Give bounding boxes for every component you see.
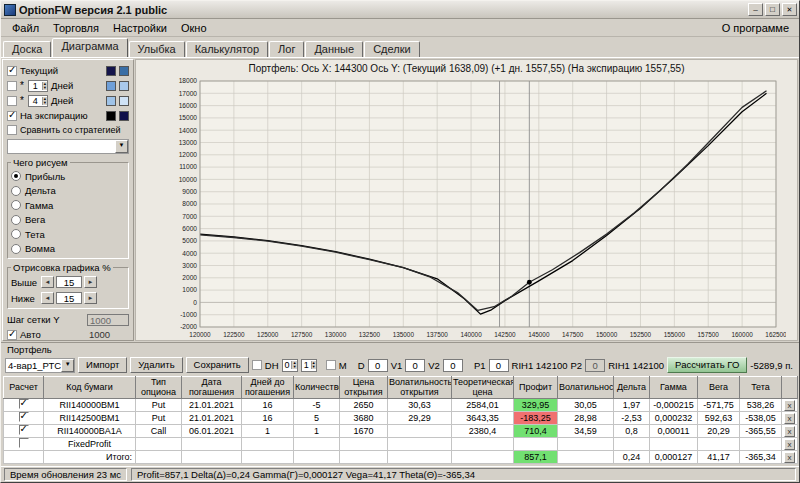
- minimize-button[interactable]: [748, 3, 763, 16]
- row-select-checkbox[interactable]: [19, 412, 29, 422]
- tab-diagram[interactable]: Диаграмма: [52, 38, 127, 57]
- delta-radio[interactable]: [11, 186, 21, 196]
- p2-input[interactable]: 0: [585, 359, 605, 372]
- radio-row-theta[interactable]: Тета: [11, 227, 125, 242]
- theta-radio[interactable]: [11, 229, 21, 239]
- days1-checkbox[interactable]: [7, 81, 17, 91]
- column-header[interactable]: Код бумаги: [44, 377, 136, 399]
- table-row[interactable]: RII142500BM1Put21.01.2021165368029,29364…: [4, 412, 798, 425]
- chevron-down-icon[interactable]: [61, 359, 74, 372]
- d-input[interactable]: 0: [368, 359, 388, 372]
- column-header[interactable]: Дата погашения: [182, 377, 242, 399]
- column-header[interactable]: Тип опциона: [136, 377, 182, 399]
- arrow-left-icon[interactable]: ◄: [41, 276, 54, 288]
- radio-row-delta[interactable]: Дельта: [11, 184, 125, 199]
- calc-margin-button[interactable]: Рассчитать ГО: [667, 357, 747, 373]
- column-header[interactable]: Волатильность открытия: [388, 377, 452, 399]
- color-swatch[interactable]: [106, 81, 116, 91]
- column-header[interactable]: Профит: [514, 377, 558, 399]
- column-header[interactable]: Тета: [740, 377, 782, 399]
- spinner-arrows-icon[interactable]: ▴▾: [42, 82, 47, 90]
- radio-row-vomma[interactable]: Вомма: [11, 242, 125, 257]
- color-swatch[interactable]: [119, 81, 129, 91]
- delete-button[interactable]: Удалить: [130, 357, 182, 373]
- v2-input[interactable]: 0: [443, 359, 463, 372]
- table-row[interactable]: RII140000BM1Put21.01.202116-5265030,6325…: [4, 399, 798, 412]
- row-select-checkbox[interactable]: [19, 425, 29, 435]
- column-header[interactable]: Расчет: [4, 377, 44, 399]
- chevron-down-icon[interactable]: [115, 140, 128, 153]
- radio-row-gamma[interactable]: Гамма: [11, 198, 125, 213]
- days1-spinner[interactable]: 1▴▾: [28, 80, 48, 92]
- menu-file[interactable]: Файл: [5, 21, 46, 35]
- gamma-radio[interactable]: [11, 200, 21, 210]
- table-row[interactable]: RII140000BA1ACall06.01.20211116702380,47…: [4, 425, 798, 438]
- profit-radio[interactable]: [11, 171, 21, 181]
- tab-calculator[interactable]: Калькулятор: [186, 41, 268, 57]
- menu-about[interactable]: О программе: [716, 21, 795, 35]
- color-swatch[interactable]: [106, 111, 116, 121]
- title-bar[interactable]: OptionFW версия 2.1 public: [1, 1, 799, 19]
- spinner-arrows-icon[interactable]: ▴▾: [291, 361, 296, 369]
- tab-smile[interactable]: Улыбка: [129, 41, 185, 57]
- row-delete-button[interactable]: x: [784, 439, 795, 450]
- days4-spinner[interactable]: 4▴▾: [28, 95, 48, 107]
- color-swatch[interactable]: [119, 111, 129, 121]
- preset-dropdown[interactable]: 4-вар1_РТС: [5, 358, 75, 373]
- row-delete-button[interactable]: x: [784, 426, 795, 437]
- menu-window[interactable]: Окно: [174, 21, 214, 35]
- row-delete-button[interactable]: x: [784, 452, 795, 463]
- row-delete-button[interactable]: x: [784, 413, 795, 424]
- column-header[interactable]: Дней до погашения: [242, 377, 294, 399]
- tab-data[interactable]: Данные: [305, 41, 363, 57]
- column-header[interactable]: Цена открытия: [340, 377, 388, 399]
- save-button[interactable]: Сохранить: [186, 357, 249, 373]
- color-swatch[interactable]: [119, 96, 129, 106]
- table-row[interactable]: Итого:857,10,240,00012741,17-365,34x: [4, 451, 798, 464]
- below-value-input[interactable]: 15: [56, 292, 82, 304]
- tab-board[interactable]: Доска: [3, 41, 51, 57]
- dh-spinner-1[interactable]: 0▴▾: [282, 359, 298, 372]
- row-delete-button[interactable]: x: [784, 400, 795, 411]
- spinner-arrows-icon[interactable]: ▴▾: [311, 361, 316, 369]
- column-header[interactable]: Дельта: [614, 377, 650, 399]
- radio-row-profit[interactable]: Прибыль: [11, 169, 125, 184]
- dh-checkbox[interactable]: [252, 360, 262, 370]
- vomma-radio[interactable]: [11, 244, 21, 254]
- m-checkbox[interactable]: [326, 360, 336, 370]
- dh-spinner-2[interactable]: 1▴▾: [301, 359, 317, 372]
- above-value-input[interactable]: 15: [56, 276, 82, 288]
- column-header[interactable]: Вега: [698, 377, 740, 399]
- auto-checkbox[interactable]: [7, 330, 17, 340]
- radio-row-vega[interactable]: Вега: [11, 213, 125, 228]
- payoff-chart[interactable]: -2000-1000010002000300040005000600070008…: [136, 76, 797, 342]
- column-header[interactable]: Гамма: [650, 377, 698, 399]
- column-header[interactable]: Количество: [294, 377, 340, 399]
- arrow-left-icon[interactable]: ◄: [41, 292, 54, 304]
- vega-radio[interactable]: [11, 215, 21, 225]
- strategy-dropdown[interactable]: [7, 139, 129, 154]
- color-swatch[interactable]: [106, 66, 116, 76]
- arrow-right-icon[interactable]: ►: [84, 292, 97, 304]
- close-button[interactable]: [782, 3, 797, 16]
- current-checkbox[interactable]: [7, 66, 17, 76]
- tab-log[interactable]: Лог: [269, 41, 304, 57]
- arrow-right-icon[interactable]: ►: [84, 276, 97, 288]
- payoff-chart-svg[interactable]: -2000-1000010002000300040005000600070008…: [136, 76, 786, 340]
- menu-trading[interactable]: Торговля: [46, 21, 106, 35]
- table-row[interactable]: FixedProfitx: [4, 438, 798, 451]
- compare-strategy-checkbox[interactable]: [7, 125, 17, 135]
- color-swatch[interactable]: [106, 96, 116, 106]
- import-button[interactable]: Импорт: [78, 357, 127, 373]
- v1-input[interactable]: 0: [405, 359, 425, 372]
- p1-input[interactable]: 0: [489, 359, 509, 372]
- column-header[interactable]: [782, 377, 798, 399]
- expiration-checkbox[interactable]: [7, 111, 17, 121]
- days4-checkbox[interactable]: [7, 96, 17, 106]
- column-header[interactable]: Волатильность: [558, 377, 614, 399]
- row-select-checkbox[interactable]: [19, 399, 29, 409]
- color-swatch[interactable]: [119, 66, 129, 76]
- row-select-checkbox[interactable]: [19, 438, 29, 448]
- spinner-arrows-icon[interactable]: ▴▾: [42, 97, 47, 105]
- menu-settings[interactable]: Настройки: [106, 21, 174, 35]
